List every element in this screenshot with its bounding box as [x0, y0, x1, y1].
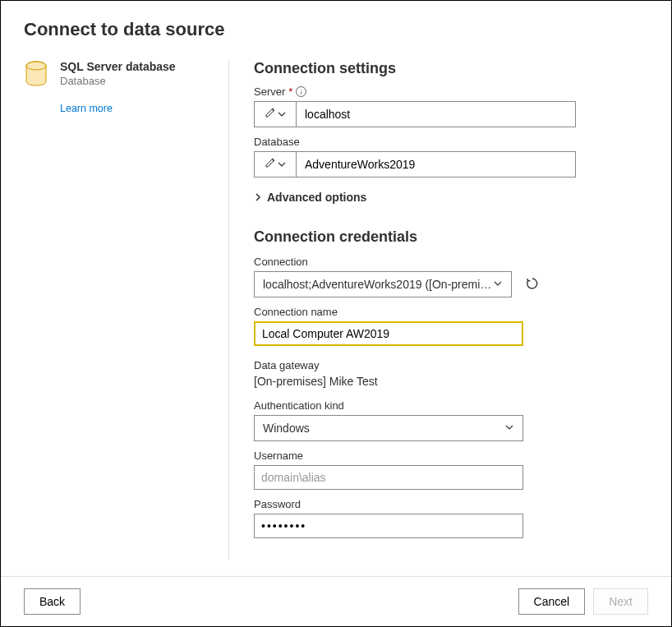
database-label: Database	[254, 136, 640, 148]
connection-select-row: localhost;AdventureWorks2019 ([On-premis…	[254, 271, 543, 297]
required-asterisk: *	[288, 85, 292, 98]
data-gateway-value: [On-premises] Mike Test	[254, 375, 640, 388]
chevron-right-icon	[254, 191, 262, 204]
database-edit-mode-button[interactable]	[254, 151, 297, 177]
chevron-down-icon	[493, 278, 503, 291]
next-button: Next	[593, 588, 648, 615]
pencil-icon	[265, 107, 276, 122]
connection-credentials-heading: Connection credentials	[254, 228, 640, 246]
chevron-down-icon	[504, 422, 514, 435]
connection-name-input[interactable]	[254, 321, 523, 346]
cancel-button[interactable]: Cancel	[518, 588, 586, 615]
dialog-title: Connect to data source	[24, 19, 648, 40]
datasource-name: SQL Server database	[60, 60, 176, 73]
datasource-text: SQL Server database Database	[60, 60, 176, 91]
username-label: Username	[254, 450, 640, 462]
main-panel: Connection settings Server * i	[229, 60, 648, 560]
username-input[interactable]	[254, 465, 523, 490]
server-field-row	[254, 101, 576, 127]
database-icon	[24, 60, 48, 91]
connect-data-source-dialog: Connect to data source SQL Server databa…	[0, 0, 672, 627]
back-button[interactable]: Back	[24, 588, 81, 615]
dialog-footer: Back Cancel Next	[1, 576, 671, 626]
footer-right: Cancel Next	[518, 588, 648, 615]
data-gateway-label: Data gateway	[254, 359, 640, 371]
connection-name-label: Connection name	[254, 306, 640, 318]
password-label: Password	[254, 498, 640, 510]
sidebar: SQL Server database Database Learn more	[24, 60, 229, 560]
authentication-kind-value: Windows	[263, 422, 310, 435]
dialog-content: Connect to data source SQL Server databa…	[1, 1, 671, 576]
connection-select[interactable]: localhost;AdventureWorks2019 ([On-premis…	[254, 271, 512, 297]
authentication-kind-label: Authentication kind	[254, 399, 640, 412]
authentication-kind-select[interactable]: Windows	[254, 415, 523, 441]
pencil-icon	[265, 157, 276, 172]
connection-select-value: localhost;AdventureWorks2019 ([On-premis…	[263, 278, 493, 291]
datasource-subtype: Database	[60, 75, 176, 87]
connection-label: Connection	[254, 256, 640, 268]
password-input[interactable]	[254, 514, 523, 538]
database-field-row	[254, 151, 576, 177]
refresh-button[interactable]	[522, 273, 543, 296]
info-icon[interactable]: i	[296, 86, 306, 97]
server-input[interactable]	[297, 101, 576, 127]
chevron-down-icon	[278, 157, 286, 172]
chevron-down-icon	[278, 107, 286, 122]
datasource-row: SQL Server database Database	[24, 60, 212, 91]
server-edit-mode-button[interactable]	[254, 101, 297, 127]
refresh-icon	[525, 276, 540, 293]
server-label: Server * i	[254, 85, 640, 98]
advanced-options-toggle[interactable]: Advanced options	[254, 191, 640, 204]
dialog-body: SQL Server database Database Learn more …	[24, 60, 648, 560]
connection-settings-heading: Connection settings	[254, 60, 640, 77]
database-input[interactable]	[297, 151, 576, 177]
learn-more-link[interactable]: Learn more	[60, 103, 113, 114]
